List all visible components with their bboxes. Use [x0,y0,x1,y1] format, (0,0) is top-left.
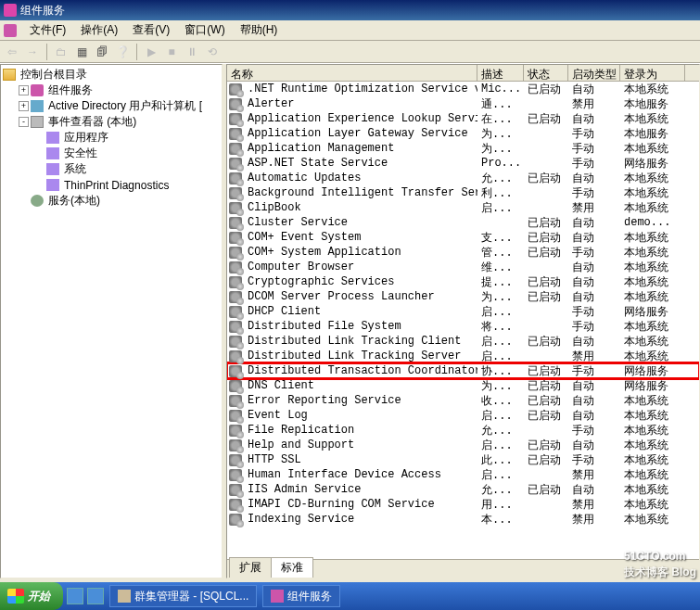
service-row[interactable]: ASP.NET State ServicePro...手动网络服务 [227,156,699,171]
service-row[interactable]: DHCP Client启...手动网络服务 [227,304,699,319]
service-name: Help and Support [244,438,477,451]
col-name[interactable]: 名称 [227,65,477,81]
service-row[interactable]: Error Reporting Service收...已启动自动本地系统 [227,393,699,408]
service-row[interactable]: ClipBook启...禁用本地系统 [227,200,699,215]
service-row[interactable]: Background Intelligent Transfer Ser...利.… [227,185,699,200]
service-logon: 本地系统 [620,334,685,349]
tab-extended[interactable]: 扩展 [229,557,272,578]
service-row[interactable]: File Replication允...手动本地系统 [227,423,699,438]
tree-node[interactable]: ThinPrint Diagnostics [3,177,220,193]
service-logon: 本地系统 [620,200,685,216]
taskbar-item-cluster[interactable]: 群集管理器 - [SQLCL... [109,585,257,607]
tree-root[interactable]: 控制台根目录 [3,67,220,83]
service-row[interactable]: IIS Admin Service允...已启动自动本地系统 [227,482,699,497]
tree-node[interactable]: -事件查看器 (本地) [3,114,220,130]
tab-standard[interactable]: 标准 [271,557,313,578]
pause-button[interactable]: ⏸ [184,44,200,60]
service-row[interactable]: Distributed Link Tracking Client启...已启动自… [227,334,699,349]
service-row[interactable]: Indexing Service本...禁用本地系统 [227,512,699,527]
menu-file[interactable]: 文件(F) [22,20,73,40]
service-row[interactable]: Application Experience Lookup Service在..… [227,111,699,126]
service-status: 已启动 [524,82,568,97]
service-row[interactable]: IMAPI CD-Burning COM Service用...禁用本地系统 [227,497,699,512]
refresh-button[interactable]: 🗐 [94,44,110,60]
forward-button[interactable]: → [24,44,41,60]
tree-node[interactable]: 系统 [3,161,220,177]
service-desc: 通... [477,96,524,112]
tree-node[interactable]: 服务(本地) [3,193,220,209]
service-row[interactable]: HTTP SSL此...已启动手动本地系统 [227,452,699,467]
restart-button[interactable]: ⟲ [204,44,221,60]
taskbar-item-component[interactable]: 组件服务 [262,585,340,607]
service-status: 已启动 [524,230,568,246]
service-logon: 本地服务 [620,126,685,142]
service-logon: 本地系统 [620,82,685,97]
play-button[interactable]: ▶ [143,44,159,60]
service-row[interactable]: COM+ System Application管...已启动手动本地系统 [227,245,699,260]
expand-toggle[interactable]: + [19,85,29,95]
tree-item-icon [31,195,44,207]
service-row[interactable]: .NET Runtime Optimization Service v...Mi… [227,82,699,96]
service-status: 已启动 [524,438,568,453]
service-icon [229,187,242,199]
service-startup: 手动 [568,423,620,438]
service-row[interactable]: Alerter通...禁用本地服务 [227,96,699,111]
tree-panel[interactable]: 控制台根目录 +组件服务+Active Directory 用户和计算机 [-事… [0,64,223,578]
menu-view[interactable]: 查看(V) [125,20,177,40]
col-desc[interactable]: 描述 [477,65,524,81]
service-logon: 本地系统 [620,111,685,127]
services-list[interactable]: .NET Runtime Optimization Service v...Mi… [227,82,699,559]
service-desc: 允... [477,423,524,438]
menu-help[interactable]: 帮助(H) [233,20,286,40]
service-startup: 禁用 [568,497,620,513]
tree-node[interactable]: 应用程序 [3,130,220,146]
service-row[interactable]: Cryptographic Services提...已启动自动本地系统 [227,274,699,289]
tree-node[interactable]: +组件服务 [3,83,220,98]
stop-button[interactable]: ■ [163,44,180,60]
service-name: Application Experience Lookup Service [244,112,477,125]
service-row[interactable]: Automatic Updates允...已启动自动本地系统 [227,171,699,185]
service-row[interactable]: Computer Browser维...自动本地系统 [227,260,699,274]
service-row[interactable]: COM+ Event System支...已启动自动本地系统 [227,230,699,245]
quicklaunch-ie-icon[interactable] [67,588,83,604]
service-icon [229,291,242,303]
service-row[interactable]: DCOM Server Process Launcher为...已启动自动本地系… [227,289,699,304]
service-row[interactable]: DNS Client为...已启动自动网络服务 [227,378,699,393]
service-startup: 禁用 [568,467,620,483]
service-name: Error Reporting Service [244,394,477,407]
service-icon [229,439,242,451]
expand-toggle[interactable]: + [19,101,29,111]
properties-button[interactable]: ▦ [73,44,90,60]
menu-window[interactable]: 窗口(W) [177,20,232,40]
service-row[interactable]: Cluster Service已启动自动demo... [227,215,699,230]
tree-node[interactable]: 安全性 [3,146,220,161]
expand-toggle[interactable]: - [19,117,29,127]
service-row[interactable]: Application Layer Gateway Service为...手动本… [227,126,699,141]
service-logon: 本地系统 [620,512,685,527]
folder-icon [3,69,16,81]
tree-node[interactable]: +Active Directory 用户和计算机 [ [3,98,220,114]
service-status: 已启动 [524,452,568,468]
service-row[interactable]: Distributed Link Tracking Server启...禁用本地… [227,349,699,363]
service-row[interactable]: Distributed File System将...手动本地系统 [227,319,699,334]
col-logon[interactable]: 登录为 [620,65,685,81]
quicklaunch-desktop-icon[interactable] [87,588,104,604]
export-button[interactable]: ❔ [114,44,131,60]
service-row[interactable]: Distributed Transaction Coordinator协...已… [227,363,699,378]
back-button[interactable]: ⇦ [4,44,20,60]
service-row[interactable]: Human Interface Device Access启...禁用本地系统 [227,467,699,482]
service-startup: 自动 [568,393,620,409]
service-name: Cluster Service [244,216,477,229]
service-row[interactable]: Event Log启...已启动自动本地系统 [227,408,699,423]
col-status[interactable]: 状态 [524,65,568,81]
service-icon [229,202,242,214]
col-startup[interactable]: 启动类型 [568,65,620,81]
up-button[interactable]: 🗀 [53,44,70,60]
service-icon [229,261,242,273]
service-icon [229,499,242,511]
menu-action[interactable]: 操作(A) [73,20,125,40]
service-row[interactable]: Help and Support启...已启动自动本地系统 [227,438,699,452]
service-desc: 用... [477,497,524,513]
service-row[interactable]: Application Management为...手动本地系统 [227,141,699,156]
start-button[interactable]: 开始 [0,582,63,610]
